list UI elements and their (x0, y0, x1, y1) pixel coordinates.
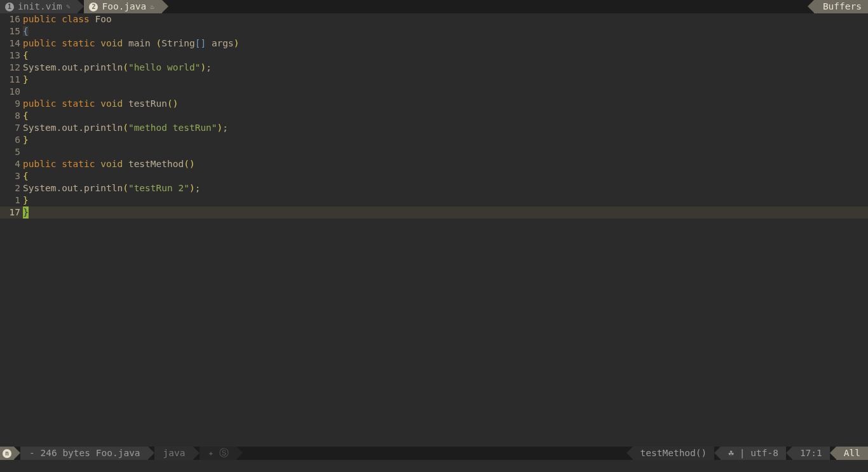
matching-brace: { (23, 26, 29, 36)
line-number: 10 (0, 86, 23, 98)
code-line[interactable]: 5 (0, 146, 868, 158)
buffer-number-badge: 2 (89, 3, 98, 11)
line-number: 15 (0, 25, 23, 37)
line-number: 17 (0, 206, 23, 219)
line-number: 2 (0, 182, 23, 194)
buffer-tab-label: init.vim (18, 1, 62, 13)
buffer-tab-active[interactable]: 2 Foo.java ♨ (84, 0, 161, 13)
editor-area[interactable]: 16 public class Foo 15 { 14 public stati… (0, 13, 868, 219)
line-number: 9 (0, 98, 23, 110)
code-line[interactable]: 6 } (0, 134, 868, 146)
code-line[interactable]: 8 { (0, 110, 868, 122)
code-line[interactable]: 7 System.out.println("method testRun"); (0, 122, 868, 134)
buffer-bar: 1 init.vim ✎ 2 Foo.java ♨ Buffers (0, 0, 868, 13)
code-line[interactable]: 9 public static void testRun() (0, 98, 868, 110)
buffer-tab-inactive[interactable]: 1 init.vim ✎ (0, 0, 78, 13)
filetype-icon: ✎ (66, 1, 71, 13)
context-segment: testMethod() (633, 447, 715, 460)
command-line-area[interactable] (0, 460, 868, 472)
code-line[interactable]: 12 System.out.println("hello world"); (0, 62, 868, 74)
encoding-segment: ☘ | utf-8 (721, 447, 786, 460)
line-number: 5 (0, 146, 23, 158)
filetype-icon: ♨ (150, 1, 154, 13)
code-line[interactable]: 10 (0, 86, 868, 98)
filetype-segment: java (154, 447, 193, 460)
mode-segment: n (0, 447, 14, 460)
scroll-segment: All (836, 447, 868, 460)
code-line[interactable]: 4 public static void testMethod() (0, 158, 868, 170)
code-line[interactable]: 15 { (0, 25, 868, 37)
code-line-current[interactable]: 17 } (0, 206, 868, 219)
line-number: 11 (0, 74, 23, 86)
fileinfo-segment: - 246 bytes Foo.java (20, 447, 148, 460)
line-number: 1 (0, 194, 23, 206)
code-line[interactable]: 2 System.out.println("testRun 2"); (0, 182, 868, 194)
line-number: 8 (0, 110, 23, 122)
code-line[interactable]: 14 public static void main (String[] arg… (0, 37, 868, 50)
line-number: 4 (0, 158, 23, 170)
code-line[interactable]: 1 } (0, 194, 868, 206)
lint-segment: ✦ Ⓢ (200, 447, 236, 460)
buffers-label: Buffers (814, 0, 868, 13)
code-line[interactable]: 3 { (0, 170, 868, 182)
code-line[interactable]: 16 public class Foo (0, 13, 868, 25)
buffer-number-badge: 1 (5, 3, 14, 11)
status-bar: n - 246 bytes Foo.java java ✦ Ⓢ testMeth… (0, 447, 868, 460)
cursor: } (23, 206, 29, 219)
position-segment: 17:1 (792, 447, 830, 460)
code-line[interactable]: 13 { (0, 50, 868, 62)
line-number: 13 (0, 50, 23, 62)
line-number: 12 (0, 62, 23, 74)
line-number: 14 (0, 37, 23, 50)
line-number: 7 (0, 122, 23, 134)
line-number: 16 (0, 13, 23, 25)
line-number: 3 (0, 170, 23, 182)
line-number: 6 (0, 134, 23, 146)
buffer-tab-label: Foo.java (102, 1, 146, 13)
mode-icon: n (3, 449, 11, 458)
code-line[interactable]: 11 } (0, 74, 868, 86)
